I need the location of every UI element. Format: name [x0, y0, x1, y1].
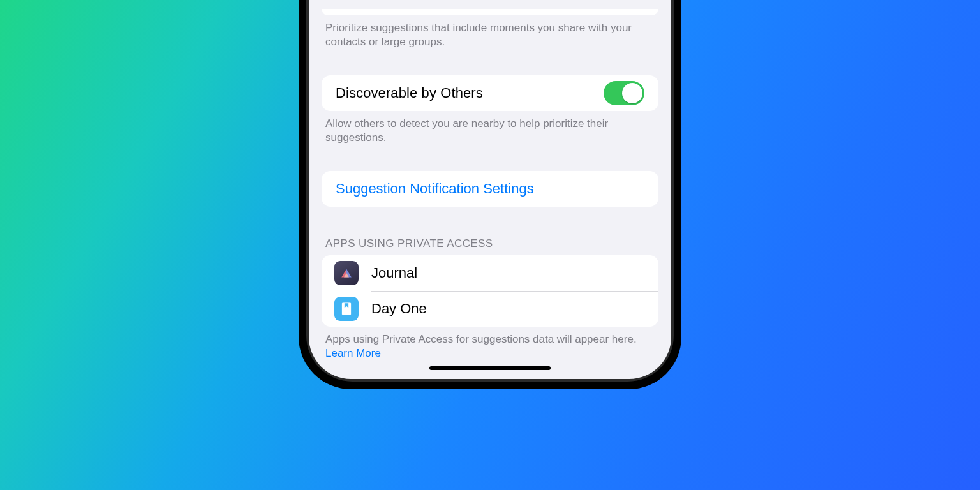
discoverable-card: Discoverable by Others: [322, 75, 658, 111]
dayone-app-icon: [334, 297, 359, 321]
discoverable-label: Discoverable by Others: [336, 85, 483, 101]
prioritize-suggestions-footer: Prioritize suggestions that include mome…: [309, 15, 671, 50]
discoverable-toggle[interactable]: [604, 81, 644, 105]
home-indicator[interactable]: [429, 366, 551, 370]
apps-list-card: Journal: [322, 255, 658, 327]
learn-more-link[interactable]: Learn More: [325, 347, 381, 359]
journal-app-icon: [334, 261, 359, 285]
previous-section-card-tail: [322, 9, 658, 15]
app-label: Journal: [371, 265, 417, 281]
app-row-journal[interactable]: Journal: [322, 255, 658, 291]
notification-settings-card: Suggestion Notification Settings: [322, 171, 658, 207]
app-row-dayone[interactable]: Day One: [322, 291, 658, 327]
settings-screen: Prioritize suggestions that include mome…: [309, 0, 671, 379]
toggle-knob: [622, 83, 642, 103]
app-label: Day One: [371, 301, 427, 317]
apps-footer-text: Apps using Private Access for suggestion…: [325, 333, 637, 345]
apps-section-header: APPS USING PRIVATE ACCESS: [309, 237, 671, 255]
apps-section-footer: Apps using Private Access for suggestion…: [309, 327, 671, 361]
notification-settings-row[interactable]: Suggestion Notification Settings: [322, 171, 658, 207]
notification-settings-label: Suggestion Notification Settings: [336, 181, 534, 197]
discoverable-row[interactable]: Discoverable by Others: [322, 75, 658, 111]
discoverable-footer: Allow others to detect you are nearby to…: [309, 111, 671, 145]
phone-frame: Prioritize suggestions that include mome…: [299, 0, 681, 389]
